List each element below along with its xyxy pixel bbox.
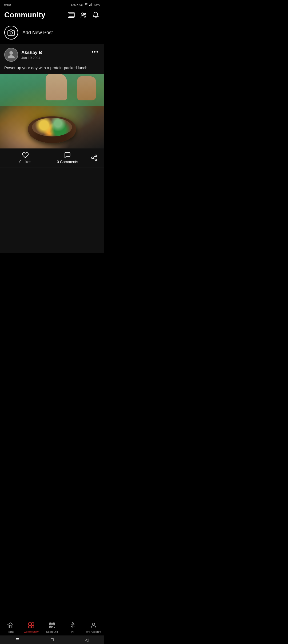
battery: 33% <box>94 3 100 6</box>
svg-point-12 <box>95 155 97 157</box>
like-count: 0 Likes <box>19 160 31 164</box>
more-options-icon: ••• <box>91 49 99 55</box>
post-card: Akshay B Jun 19 2024 ••• Power up your d… <box>0 44 104 167</box>
network-speed: 125 KB/S <box>71 3 83 6</box>
svg-rect-5 <box>69 15 74 15</box>
svg-point-9 <box>84 13 86 14</box>
camera-button[interactable] <box>4 26 18 40</box>
add-post-label: Add New Post <box>22 30 53 36</box>
svg-rect-0 <box>89 5 90 6</box>
svg-line-16 <box>93 156 95 157</box>
svg-point-8 <box>82 13 84 15</box>
svg-point-11 <box>9 51 13 55</box>
post-user: Akshay B Jun 19 2024 <box>4 48 42 62</box>
post-menu-button[interactable]: ••• <box>90 48 100 56</box>
page-header: Community <box>0 9 104 22</box>
svg-rect-3 <box>91 3 92 6</box>
header-actions <box>67 11 100 19</box>
time: 5:03 <box>4 3 11 7</box>
add-post-section[interactable]: Add New Post <box>0 22 104 44</box>
svg-rect-1 <box>90 4 90 6</box>
share-button[interactable] <box>89 152 100 163</box>
bell-icon[interactable] <box>92 11 100 19</box>
post-header: Akshay B Jun 19 2024 ••• <box>0 44 104 64</box>
svg-point-13 <box>91 157 93 159</box>
post-date: Jun 19 2024 <box>21 56 42 60</box>
post-user-info: Akshay B Jun 19 2024 <box>21 50 42 60</box>
svg-rect-4 <box>69 13 74 13</box>
group-icon[interactable] <box>79 11 87 19</box>
signal-icon <box>89 3 93 7</box>
post-caption: Power up your day with a protein-packed … <box>0 64 104 74</box>
svg-point-10 <box>10 32 12 34</box>
nav-spacer <box>0 253 104 280</box>
empty-content-area <box>0 167 104 253</box>
list-icon[interactable] <box>67 11 75 19</box>
comment-count: 0 Comments <box>57 160 78 164</box>
wifi-icon <box>84 3 88 7</box>
svg-point-14 <box>95 159 97 161</box>
svg-rect-6 <box>69 16 74 17</box>
page-title: Community <box>4 11 45 19</box>
post-image <box>0 74 104 148</box>
like-button[interactable]: 0 Likes <box>4 152 46 164</box>
status-icons: 125 KB/S 33% <box>71 3 100 7</box>
status-bar: 5:03 125 KB/S 33% <box>0 0 104 9</box>
post-user-name: Akshay B <box>21 50 42 55</box>
avatar <box>4 48 18 62</box>
hand-decoration <box>46 74 67 100</box>
comment-button[interactable]: 0 Comments <box>46 152 89 164</box>
svg-line-15 <box>93 158 95 159</box>
svg-rect-2 <box>91 4 91 6</box>
post-actions: 0 Likes 0 Comments <box>0 148 104 167</box>
